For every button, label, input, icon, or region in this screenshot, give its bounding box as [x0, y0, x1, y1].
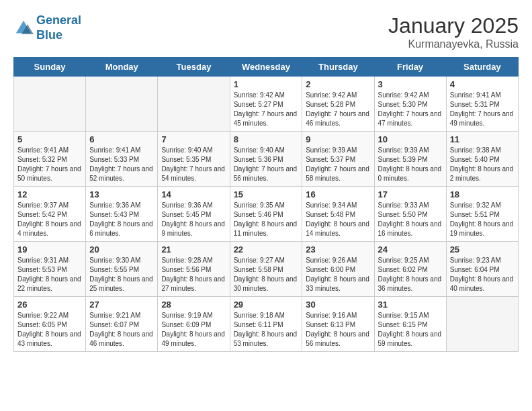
- day-info: Sunrise: 9:35 AM Sunset: 5:46 PM Dayligh…: [234, 201, 299, 238]
- calendar-cell: 4Sunrise: 9:41 AM Sunset: 5:31 PM Daylig…: [446, 77, 518, 132]
- weekday-header-friday: Friday: [374, 58, 446, 77]
- calendar-cell: 5Sunrise: 9:41 AM Sunset: 5:32 PM Daylig…: [14, 132, 86, 187]
- calendar-cell: 19Sunrise: 9:31 AM Sunset: 5:53 PM Dayli…: [14, 242, 86, 297]
- day-info: Sunrise: 9:31 AM Sunset: 5:53 PM Dayligh…: [17, 256, 82, 293]
- day-info: Sunrise: 9:23 AM Sunset: 6:04 PM Dayligh…: [450, 256, 515, 293]
- day-info: Sunrise: 9:25 AM Sunset: 6:02 PM Dayligh…: [378, 256, 443, 293]
- day-number: 3: [378, 79, 443, 89]
- day-info: Sunrise: 9:40 AM Sunset: 5:36 PM Dayligh…: [234, 146, 299, 183]
- week-row-2: 5Sunrise: 9:41 AM Sunset: 5:32 PM Daylig…: [14, 132, 519, 187]
- calendar-cell: 24Sunrise: 9:25 AM Sunset: 6:02 PM Dayli…: [374, 242, 446, 297]
- weekday-header-sunday: Sunday: [14, 58, 86, 77]
- title-block: January 2025 Kurmanayevka, Russia: [388, 13, 519, 50]
- calendar-cell: 28Sunrise: 9:19 AM Sunset: 6:09 PM Dayli…: [158, 297, 230, 352]
- calendar-cell: 30Sunrise: 9:16 AM Sunset: 6:13 PM Dayli…: [302, 297, 374, 352]
- day-number: 24: [378, 244, 443, 255]
- day-number: 1: [234, 79, 299, 89]
- day-info: Sunrise: 9:15 AM Sunset: 6:15 PM Dayligh…: [378, 311, 443, 349]
- calendar-cell: 1Sunrise: 9:42 AM Sunset: 5:27 PM Daylig…: [230, 77, 302, 132]
- day-info: Sunrise: 9:26 AM Sunset: 6:00 PM Dayligh…: [306, 256, 370, 293]
- weekday-header-thursday: Thursday: [302, 58, 374, 77]
- day-info: Sunrise: 9:41 AM Sunset: 5:31 PM Dayligh…: [450, 91, 515, 128]
- day-info: Sunrise: 9:42 AM Sunset: 5:27 PM Dayligh…: [234, 91, 299, 128]
- day-number: 28: [161, 300, 226, 310]
- week-row-1: 1Sunrise: 9:42 AM Sunset: 5:27 PM Daylig…: [14, 77, 519, 132]
- weekday-header-wednesday: Wednesday: [230, 58, 302, 77]
- calendar-cell: 3Sunrise: 9:42 AM Sunset: 5:30 PM Daylig…: [374, 77, 446, 132]
- day-number: 21: [161, 244, 226, 255]
- calendar-cell: 29Sunrise: 9:18 AM Sunset: 6:11 PM Dayli…: [230, 297, 302, 352]
- weekday-header-monday: Monday: [86, 58, 158, 77]
- calendar-cell: 13Sunrise: 9:36 AM Sunset: 5:43 PM Dayli…: [86, 187, 158, 242]
- day-info: Sunrise: 9:34 AM Sunset: 5:48 PM Dayligh…: [306, 201, 370, 238]
- day-info: Sunrise: 9:42 AM Sunset: 5:28 PM Dayligh…: [306, 91, 370, 128]
- calendar-cell: 8Sunrise: 9:40 AM Sunset: 5:36 PM Daylig…: [230, 132, 302, 187]
- day-number: 7: [161, 134, 226, 144]
- calendar-cell: [14, 77, 86, 132]
- calendar-cell: 16Sunrise: 9:34 AM Sunset: 5:48 PM Dayli…: [302, 187, 374, 242]
- day-info: Sunrise: 9:42 AM Sunset: 5:30 PM Dayligh…: [378, 91, 443, 128]
- day-number: 6: [89, 134, 154, 144]
- logo-line2: Blue: [36, 28, 62, 42]
- day-info: Sunrise: 9:40 AM Sunset: 5:35 PM Dayligh…: [161, 146, 226, 183]
- calendar-cell: 22Sunrise: 9:27 AM Sunset: 5:58 PM Dayli…: [230, 242, 302, 297]
- calendar-body: 1Sunrise: 9:42 AM Sunset: 5:27 PM Daylig…: [14, 77, 519, 352]
- day-info: Sunrise: 9:37 AM Sunset: 5:42 PM Dayligh…: [17, 201, 82, 238]
- calendar-cell: 18Sunrise: 9:32 AM Sunset: 5:51 PM Dayli…: [446, 187, 518, 242]
- day-number: 23: [306, 244, 370, 255]
- calendar-cell: 2Sunrise: 9:42 AM Sunset: 5:28 PM Daylig…: [302, 77, 374, 132]
- calendar-cell: 25Sunrise: 9:23 AM Sunset: 6:04 PM Dayli…: [446, 242, 518, 297]
- week-row-4: 19Sunrise: 9:31 AM Sunset: 5:53 PM Dayli…: [14, 242, 519, 297]
- weekday-header-tuesday: Tuesday: [158, 58, 230, 77]
- day-number: 9: [306, 134, 370, 144]
- weekday-row: SundayMondayTuesdayWednesdayThursdayFrid…: [14, 58, 519, 77]
- day-info: Sunrise: 9:21 AM Sunset: 6:07 PM Dayligh…: [89, 311, 154, 349]
- logo-text: General Blue: [36, 13, 81, 42]
- calendar-cell: 27Sunrise: 9:21 AM Sunset: 6:07 PM Dayli…: [86, 297, 158, 352]
- calendar-cell: [158, 77, 230, 132]
- week-row-5: 26Sunrise: 9:22 AM Sunset: 6:05 PM Dayli…: [14, 297, 519, 352]
- day-number: 16: [306, 189, 370, 199]
- day-info: Sunrise: 9:36 AM Sunset: 5:43 PM Dayligh…: [89, 201, 154, 238]
- week-row-3: 12Sunrise: 9:37 AM Sunset: 5:42 PM Dayli…: [14, 187, 519, 242]
- day-number: 11: [450, 134, 515, 144]
- day-info: Sunrise: 9:16 AM Sunset: 6:13 PM Dayligh…: [306, 311, 370, 349]
- calendar-cell: 10Sunrise: 9:39 AM Sunset: 5:39 PM Dayli…: [374, 132, 446, 187]
- logo: General Blue: [13, 13, 81, 42]
- day-info: Sunrise: 9:27 AM Sunset: 5:58 PM Dayligh…: [234, 256, 299, 293]
- calendar-cell: 31Sunrise: 9:15 AM Sunset: 6:15 PM Dayli…: [374, 297, 446, 352]
- day-info: Sunrise: 9:41 AM Sunset: 5:32 PM Dayligh…: [17, 146, 82, 183]
- calendar-cell: [446, 297, 518, 352]
- day-info: Sunrise: 9:39 AM Sunset: 5:37 PM Dayligh…: [306, 146, 370, 183]
- calendar-header: SundayMondayTuesdayWednesdayThursdayFrid…: [14, 58, 519, 77]
- day-number: 4: [450, 79, 515, 89]
- calendar-cell: 21Sunrise: 9:28 AM Sunset: 5:56 PM Dayli…: [158, 242, 230, 297]
- calendar-cell: 9Sunrise: 9:39 AM Sunset: 5:37 PM Daylig…: [302, 132, 374, 187]
- day-number: 20: [89, 244, 154, 255]
- day-number: 13: [89, 189, 154, 199]
- day-number: 19: [17, 244, 82, 255]
- day-info: Sunrise: 9:39 AM Sunset: 5:39 PM Dayligh…: [378, 146, 443, 183]
- day-info: Sunrise: 9:36 AM Sunset: 5:45 PM Dayligh…: [161, 201, 226, 238]
- day-number: 30: [306, 300, 370, 310]
- day-number: 18: [450, 189, 515, 199]
- calendar-cell: 15Sunrise: 9:35 AM Sunset: 5:46 PM Dayli…: [230, 187, 302, 242]
- calendar-cell: 12Sunrise: 9:37 AM Sunset: 5:42 PM Dayli…: [14, 187, 86, 242]
- day-number: 14: [161, 189, 226, 199]
- day-number: 5: [17, 134, 82, 144]
- page-header: General Blue January 2025 Kurmanayevka, …: [13, 13, 519, 50]
- day-number: 22: [234, 244, 299, 255]
- calendar-cell: 26Sunrise: 9:22 AM Sunset: 6:05 PM Dayli…: [14, 297, 86, 352]
- logo-icon: [13, 18, 34, 38]
- calendar-cell: [86, 77, 158, 132]
- calendar-cell: 6Sunrise: 9:41 AM Sunset: 5:33 PM Daylig…: [86, 132, 158, 187]
- month-title: January 2025: [388, 13, 519, 38]
- day-info: Sunrise: 9:18 AM Sunset: 6:11 PM Dayligh…: [234, 311, 299, 349]
- calendar-cell: 14Sunrise: 9:36 AM Sunset: 5:45 PM Dayli…: [158, 187, 230, 242]
- calendar-cell: 20Sunrise: 9:30 AM Sunset: 5:55 PM Dayli…: [86, 242, 158, 297]
- day-info: Sunrise: 9:22 AM Sunset: 6:05 PM Dayligh…: [17, 311, 82, 349]
- calendar: SundayMondayTuesdayWednesdayThursdayFrid…: [13, 57, 519, 352]
- day-info: Sunrise: 9:28 AM Sunset: 5:56 PM Dayligh…: [161, 256, 226, 293]
- logo-line1: General: [36, 13, 81, 27]
- day-info: Sunrise: 9:41 AM Sunset: 5:33 PM Dayligh…: [89, 146, 154, 183]
